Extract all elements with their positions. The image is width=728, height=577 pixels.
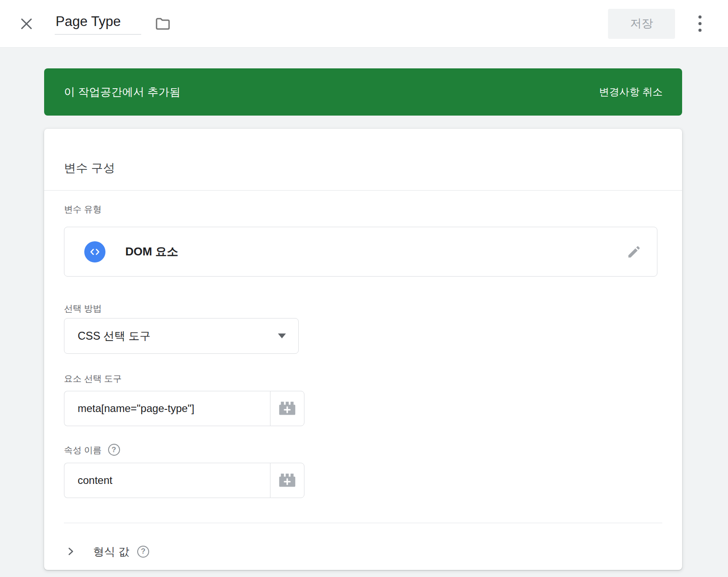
discard-changes-button[interactable]: 변경사항 취소 <box>593 79 669 105</box>
variable-brick-icon <box>277 472 297 489</box>
variable-configuration-card: 변수 구성 변수 유형 DOM 요소 선택 방법 CSS 선택 도구 요소 <box>44 129 682 570</box>
attribute-name-input[interactable] <box>64 463 270 498</box>
chevron-down-icon <box>278 333 286 338</box>
variable-brick-icon <box>277 400 297 417</box>
more-menu-button[interactable] <box>691 12 709 35</box>
help-icon[interactable]: ? <box>108 444 120 456</box>
attribute-name-label-text: 속성 이름 <box>64 445 102 455</box>
selection-method-dropdown[interactable]: CSS 선택 도구 <box>64 318 299 354</box>
top-bar: Page Type 저장 <box>0 0 728 48</box>
selection-method-value: CSS 선택 도구 <box>78 329 150 343</box>
element-selector-label: 요소 선택 도구 <box>64 373 662 384</box>
close-button[interactable] <box>17 14 36 34</box>
topbar-actions: 저장 <box>608 9 709 39</box>
card-header: 변수 구성 <box>44 129 682 191</box>
folder-icon <box>154 15 172 33</box>
workspace-status-text: 이 작업공간에서 추가됨 <box>64 85 180 99</box>
edit-pencil-icon[interactable] <box>624 242 644 262</box>
element-selector-input[interactable] <box>64 391 270 426</box>
workspace-status-banner: 이 작업공간에서 추가됨 변경사항 취소 <box>44 68 682 116</box>
variable-type-selector[interactable]: DOM 요소 <box>64 227 657 277</box>
element-selector-field <box>64 391 304 426</box>
variable-type-value: DOM 요소 <box>125 244 178 259</box>
folder-button[interactable] <box>153 14 173 34</box>
close-icon <box>19 16 34 32</box>
kebab-dot <box>698 29 702 32</box>
variable-type-label: 변수 유형 <box>64 204 662 214</box>
variable-name-input[interactable]: Page Type <box>55 12 141 34</box>
kebab-dot <box>698 15 702 19</box>
section-divider <box>64 523 662 523</box>
insert-variable-button[interactable] <box>270 391 304 426</box>
format-value-expander[interactable]: 형식 값 ? <box>64 538 662 565</box>
attribute-name-field <box>64 463 304 498</box>
chevron-right-icon <box>64 545 77 558</box>
kebab-dot <box>698 22 702 25</box>
insert-variable-button[interactable] <box>270 463 304 498</box>
help-icon[interactable]: ? <box>137 546 149 558</box>
card-title: 변수 구성 <box>64 160 115 176</box>
selection-method-label: 선택 방법 <box>64 303 662 314</box>
format-value-label: 형식 값 <box>93 544 129 559</box>
save-button[interactable]: 저장 <box>608 9 675 39</box>
attribute-name-label: 속성 이름 ? <box>64 444 662 456</box>
dom-element-icon <box>84 241 105 262</box>
card-body: 변수 유형 DOM 요소 선택 방법 CSS 선택 도구 요소 선택 도구 <box>44 191 682 565</box>
